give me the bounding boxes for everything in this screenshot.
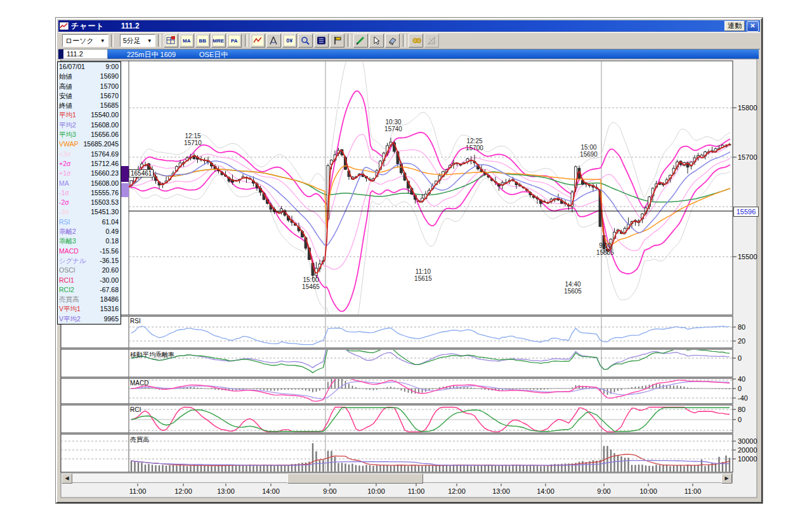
- indicator-axis-label: 0: [738, 416, 742, 423]
- panel-label-rsi: RSI: [130, 318, 141, 324]
- time-axis-label: 13:00: [217, 487, 235, 495]
- data-row: VWAP15685.2045: [58, 139, 121, 149]
- data-row: 売買高18486: [58, 295, 121, 304]
- scroll-right-icon[interactable]: ▶: [721, 473, 732, 484]
- data-row: シグナル-36.15: [58, 256, 121, 266]
- time-axis-label: 14:00: [262, 487, 280, 495]
- panel-label-kairi: 移動平均乖離率: [130, 350, 174, 359]
- indicator-axis-label: 30000: [738, 437, 757, 445]
- data-row: 終値15685: [58, 101, 121, 110]
- indicator-axis-label: 20000: [738, 446, 757, 454]
- price-annotation: 15:0015690: [580, 145, 598, 158]
- data-row: V平均115316: [58, 304, 121, 314]
- data-row: RSI61.04: [58, 217, 121, 227]
- indicator-axis-label: 20: [738, 337, 745, 345]
- time-axis-label: 12:00: [174, 487, 192, 495]
- data-row: 始値15690: [58, 72, 121, 81]
- data-row: MA15608.00: [58, 179, 121, 188]
- price-axis-label: 15700: [738, 153, 757, 161]
- panel-label-macd: MACD: [130, 380, 148, 387]
- data-row: 平均115540.00: [58, 110, 121, 120]
- time-axis-label: 11:00: [684, 487, 702, 495]
- indicator-axis-label: 40: [738, 375, 745, 383]
- horizontal-scrollbar[interactable]: ◀ ▶: [61, 473, 733, 483]
- data-row: -2σ15503.53: [58, 198, 121, 207]
- scroll-left-icon[interactable]: ◀: [62, 473, 72, 484]
- panel-label-vol: 売買高: [130, 435, 149, 444]
- time-axis-label: 10:00: [639, 487, 657, 495]
- price-annotation: 10:3015740: [384, 119, 402, 132]
- price-annotation: 15:0015465: [302, 277, 320, 290]
- time-axis-label: 13:00: [492, 487, 510, 495]
- data-row: +3σ15764.69: [58, 150, 121, 159]
- data-row: +2σ15712.46: [58, 159, 121, 169]
- indicator-axis-label: 80: [738, 406, 745, 413]
- time-axis-label: 14:00: [537, 487, 554, 495]
- data-row: -3σ15451.30: [58, 207, 121, 217]
- data-row: 16/07/019:00: [58, 62, 121, 72]
- data-row: 乖離20.49: [58, 227, 121, 236]
- data-row: MACD-15.56: [58, 247, 121, 256]
- time-axis-label: 11:00: [129, 487, 147, 495]
- data-row: 高値15700: [58, 82, 121, 91]
- desktop: チャート 111.2 連動 ✕ ローソク ▼ 5分足 ▼ MABBMREPA0¥…: [0, 0, 812, 514]
- data-row: OSCI20.60: [58, 266, 121, 275]
- price-annotation: 11:1015615: [414, 269, 432, 282]
- indicator-axis-label: 0: [738, 385, 742, 392]
- time-axis-label: 10:00: [367, 487, 385, 495]
- data-row: 平均315656.06: [58, 130, 121, 139]
- time-axis-label: 9:00: [597, 487, 610, 495]
- price-annotation: 12:2515700: [466, 138, 483, 151]
- data-row: +1σ15660.23: [58, 169, 121, 178]
- price-axis-label: 15800: [738, 104, 757, 112]
- data-row: RCI1-30.00: [58, 276, 121, 285]
- data-row: V平均29965: [58, 314, 121, 324]
- price-flag-label: 165461: [129, 169, 154, 177]
- price-axis-label: 15500: [738, 253, 757, 260]
- price-annotation: 14:4015605: [564, 281, 582, 295]
- time-axis-label: 9:00: [323, 487, 336, 495]
- panel-label-rci: RCI: [130, 406, 141, 413]
- price-annotation: 12:1515710: [184, 133, 202, 146]
- indicator-axis-label: 0: [738, 354, 742, 362]
- indicator-axis-label: 80: [738, 323, 745, 331]
- data-row: RCI2-67.68: [58, 285, 121, 295]
- time-axis-label: 12:00: [448, 487, 466, 495]
- data-row: 平均215608.00: [58, 120, 121, 130]
- chart-canvas: [0, 0, 812, 514]
- indicator-axis-label: -40: [738, 394, 748, 402]
- quote-data-panel: 16/07/019:00始値15690高値15700安値15670終値15685…: [57, 61, 121, 324]
- time-axis-label: 11:00: [408, 487, 425, 495]
- scrollbar-thumb[interactable]: [287, 473, 423, 484]
- data-row: -1σ15555.76: [58, 188, 121, 198]
- indicator-axis-label: 10000: [738, 455, 757, 463]
- data-row: 乖離30.18: [58, 236, 121, 246]
- price-annotation: 9:0015535: [596, 243, 614, 256]
- current-price-marker: 15596: [733, 207, 759, 217]
- data-row: 安値15670: [58, 91, 121, 101]
